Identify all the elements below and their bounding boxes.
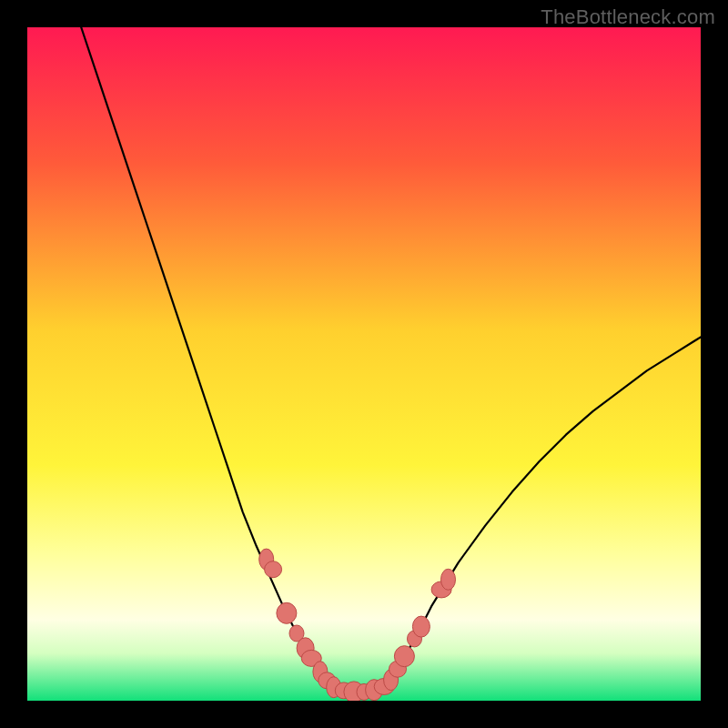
watermark-text: TheBottleneck.com bbox=[541, 5, 715, 29]
svg-point-19 bbox=[412, 616, 430, 637]
chart-frame: TheBottleneck.com bbox=[0, 0, 728, 728]
svg-point-17 bbox=[394, 646, 414, 667]
chart-svg bbox=[27, 27, 701, 701]
svg-point-2 bbox=[265, 561, 282, 578]
plot-area bbox=[27, 27, 701, 701]
svg-point-3 bbox=[277, 602, 297, 623]
svg-point-21 bbox=[441, 569, 456, 590]
svg-rect-0 bbox=[27, 27, 701, 701]
